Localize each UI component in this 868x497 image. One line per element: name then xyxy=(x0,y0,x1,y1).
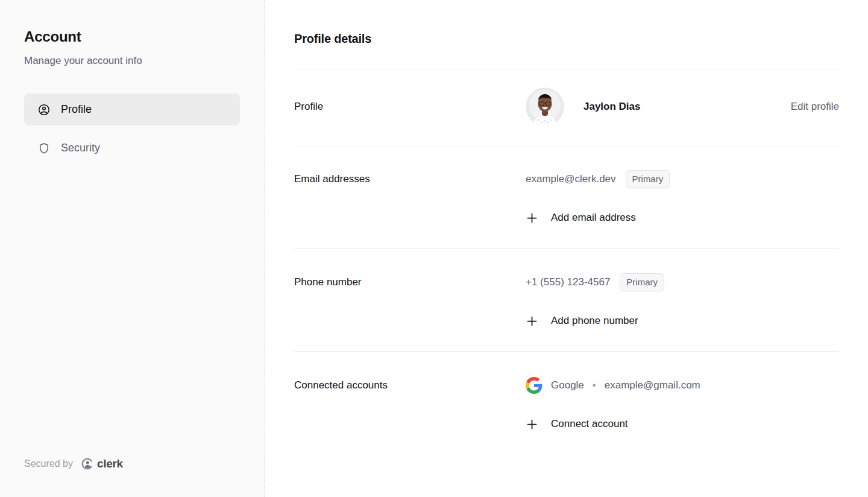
plus-icon xyxy=(526,418,538,431)
connected-row-label: Connected accounts xyxy=(294,376,526,395)
email-addresses-row: Email addresses example@clerk.dev Primar… xyxy=(294,145,839,248)
user-full-name: Jaylon Dias xyxy=(583,101,641,113)
edit-profile-button[interactable]: Edit profile xyxy=(791,101,839,113)
sidebar: Account Manage your account info Profile xyxy=(0,0,265,497)
sidebar-item-label: Security xyxy=(61,142,100,154)
profile-row-label: Profile xyxy=(294,101,526,113)
email-row-label: Email addresses xyxy=(294,169,526,189)
plus-icon xyxy=(526,212,538,224)
page-subtitle: Manage your account info xyxy=(24,55,240,67)
clerk-logomark-icon xyxy=(81,457,94,470)
connect-account-label: Connect account xyxy=(551,418,628,430)
provider-name: Google xyxy=(551,376,584,395)
clerk-brand: clerk xyxy=(81,457,123,470)
primary-badge: Primary xyxy=(620,273,664,291)
profile-value: Jaylon Dias xyxy=(526,87,791,126)
sidebar-item-security[interactable]: Security xyxy=(24,132,240,164)
add-phone-label: Add phone number xyxy=(551,315,638,327)
add-email-label: Add email address xyxy=(551,212,636,224)
connected-value-block: Google • example@gmail.com Connect accou… xyxy=(526,376,839,434)
secured-by-footer: Secured by clerk xyxy=(24,457,123,470)
phone-number-row: Phone number +1 (555) 123-4567 Primary A… xyxy=(294,248,839,351)
add-email-button[interactable]: Add email address xyxy=(526,208,636,227)
email-address: example@clerk.dev xyxy=(526,169,616,189)
phone-value-block: +1 (555) 123-4567 Primary Add phone numb… xyxy=(526,273,839,331)
phone-number: +1 (555) 123-4567 xyxy=(526,273,610,292)
email-value-line: example@clerk.dev Primary xyxy=(526,169,839,189)
clerk-wordmark: clerk xyxy=(97,457,123,470)
profile-details-panel: Profile details Profile xyxy=(265,0,868,497)
page-title: Account xyxy=(24,28,240,45)
secured-by-text: Secured by xyxy=(24,458,73,469)
connect-account-button[interactable]: Connect account xyxy=(526,414,628,434)
email-value-block: example@clerk.dev Primary Add email addr… xyxy=(526,169,839,227)
plus-icon xyxy=(526,315,538,328)
section-title: Profile details xyxy=(294,32,839,46)
avatar xyxy=(526,87,564,126)
add-phone-button[interactable]: Add phone number xyxy=(526,311,638,331)
sidebar-nav: Profile Security xyxy=(24,93,240,164)
account-page: Account Manage your account info Profile xyxy=(0,0,868,497)
sidebar-item-label: Profile xyxy=(61,103,92,116)
shield-icon xyxy=(37,142,51,155)
connected-accounts-row: Connected accounts Google • example@gmai… xyxy=(294,352,839,454)
separator-dot: • xyxy=(593,376,596,395)
phone-value-line: +1 (555) 123-4567 Primary xyxy=(526,273,839,292)
connected-account-line: Google • example@gmail.com xyxy=(526,376,839,395)
profile-row: Profile xyxy=(294,69,839,145)
sidebar-item-profile[interactable]: Profile xyxy=(24,93,240,125)
primary-badge: Primary xyxy=(626,170,670,188)
phone-row-label: Phone number xyxy=(294,273,526,292)
user-circle-icon xyxy=(37,103,51,116)
connected-email: example@gmail.com xyxy=(605,376,700,395)
google-icon xyxy=(526,377,542,394)
